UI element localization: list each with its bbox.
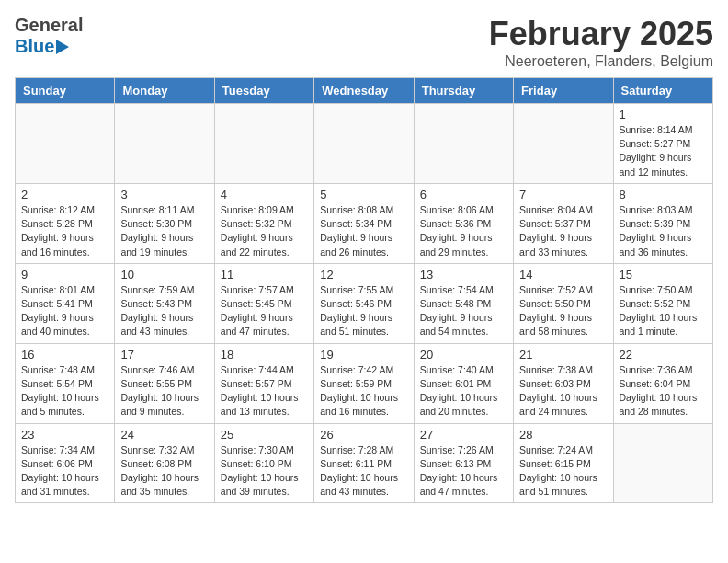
calendar-cell [16,104,115,184]
weekday-header-friday: Friday [514,78,613,104]
day-number: 14 [519,268,607,282]
calendar-cell: 12Sunrise: 7:55 AM Sunset: 5:46 PM Dayli… [314,263,414,343]
day-info: Sunrise: 7:28 AM Sunset: 6:11 PM Dayligh… [320,443,407,500]
calendar-table: SundayMondayTuesdayWednesdayThursdayFrid… [15,77,713,503]
calendar-cell: 20Sunrise: 7:40 AM Sunset: 6:01 PM Dayli… [414,343,513,423]
calendar-cell [314,104,414,184]
day-number: 26 [320,428,407,442]
calendar-header-row: SundayMondayTuesdayWednesdayThursdayFrid… [16,78,713,104]
location-title: Neeroeteren, Flanders, Belgium [489,53,713,70]
month-title: February 2025 [489,15,713,53]
day-number: 5 [320,188,407,201]
calendar-cell: 3Sunrise: 8:11 AM Sunset: 5:30 PM Daylig… [115,183,214,263]
day-info: Sunrise: 8:01 AM Sunset: 5:41 PM Dayligh… [21,283,108,339]
day-info: Sunrise: 8:03 AM Sunset: 5:39 PM Dayligh… [620,203,707,259]
calendar-cell: 24Sunrise: 7:32 AM Sunset: 6:08 PM Dayli… [115,423,214,503]
day-number: 12 [320,268,407,282]
weekday-header-monday: Monday [115,78,214,104]
day-number: 15 [620,268,707,282]
calendar-cell: 18Sunrise: 7:44 AM Sunset: 5:57 PM Dayli… [214,343,313,423]
calendar-cell [414,104,513,184]
day-info: Sunrise: 7:46 AM Sunset: 5:55 PM Dayligh… [120,363,208,419]
day-info: Sunrise: 7:34 AM Sunset: 6:06 PM Dayligh… [21,443,108,500]
day-number: 3 [120,188,208,201]
day-info: Sunrise: 7:38 AM Sunset: 6:03 PM Dayligh… [519,363,607,419]
day-info: Sunrise: 8:09 AM Sunset: 5:32 PM Dayligh… [221,203,308,259]
day-number: 2 [21,188,108,201]
day-number: 13 [420,268,507,282]
day-number: 28 [519,428,607,442]
day-number: 21 [519,348,607,362]
calendar-cell: 10Sunrise: 7:59 AM Sunset: 5:43 PM Dayli… [115,263,214,343]
day-number: 9 [21,268,108,282]
day-number: 17 [120,348,208,362]
calendar-cell: 13Sunrise: 7:54 AM Sunset: 5:48 PM Dayli… [414,263,513,343]
calendar-cell: 6Sunrise: 8:06 AM Sunset: 5:36 PM Daylig… [414,183,513,263]
day-info: Sunrise: 8:14 AM Sunset: 5:27 PM Dayligh… [620,123,707,179]
day-info: Sunrise: 7:57 AM Sunset: 5:45 PM Dayligh… [221,283,308,339]
logo: General Blue [15,15,83,57]
calendar-cell: 4Sunrise: 8:09 AM Sunset: 5:32 PM Daylig… [214,183,313,263]
calendar-cell: 21Sunrise: 7:38 AM Sunset: 6:03 PM Dayli… [514,343,613,423]
day-number: 11 [221,268,308,282]
day-info: Sunrise: 7:36 AM Sunset: 6:04 PM Dayligh… [620,363,707,419]
day-info: Sunrise: 8:04 AM Sunset: 5:37 PM Dayligh… [519,203,607,259]
day-number: 8 [620,188,707,201]
logo-general-text: General [15,15,83,36]
calendar-week-3: 9Sunrise: 8:01 AM Sunset: 5:41 PM Daylig… [16,263,713,343]
day-info: Sunrise: 8:08 AM Sunset: 5:34 PM Dayligh… [320,203,407,259]
calendar-cell: 26Sunrise: 7:28 AM Sunset: 6:11 PM Dayli… [314,423,414,503]
day-number: 27 [420,428,507,442]
day-number: 7 [519,188,607,201]
day-number: 19 [320,348,407,362]
day-number: 22 [620,348,707,362]
day-number: 24 [120,428,208,442]
calendar-cell: 19Sunrise: 7:42 AM Sunset: 5:59 PM Dayli… [314,343,414,423]
calendar-cell: 2Sunrise: 8:12 AM Sunset: 5:28 PM Daylig… [16,183,115,263]
day-info: Sunrise: 7:52 AM Sunset: 5:50 PM Dayligh… [519,283,607,339]
calendar-cell: 1Sunrise: 8:14 AM Sunset: 5:27 PM Daylig… [613,104,712,184]
weekday-header-tuesday: Tuesday [214,78,313,104]
calendar-cell: 8Sunrise: 8:03 AM Sunset: 5:39 PM Daylig… [613,183,712,263]
calendar-cell: 23Sunrise: 7:34 AM Sunset: 6:06 PM Dayli… [16,423,115,503]
calendar-cell: 22Sunrise: 7:36 AM Sunset: 6:04 PM Dayli… [613,343,712,423]
day-number: 1 [620,108,707,121]
calendar-cell: 15Sunrise: 7:50 AM Sunset: 5:52 PM Dayli… [613,263,712,343]
day-info: Sunrise: 7:59 AM Sunset: 5:43 PM Dayligh… [120,283,208,339]
title-block: February 2025 Neeroeteren, Flanders, Bel… [489,15,713,70]
day-info: Sunrise: 7:40 AM Sunset: 6:01 PM Dayligh… [420,363,507,419]
weekday-header-sunday: Sunday [16,78,115,104]
calendar-cell: 7Sunrise: 8:04 AM Sunset: 5:37 PM Daylig… [514,183,613,263]
day-info: Sunrise: 7:24 AM Sunset: 6:15 PM Dayligh… [519,443,607,500]
day-number: 4 [221,188,308,201]
calendar-week-1: 1Sunrise: 8:14 AM Sunset: 5:27 PM Daylig… [16,104,713,184]
day-info: Sunrise: 7:30 AM Sunset: 6:10 PM Dayligh… [221,443,308,500]
day-info: Sunrise: 7:50 AM Sunset: 5:52 PM Dayligh… [620,283,707,339]
day-info: Sunrise: 7:54 AM Sunset: 5:48 PM Dayligh… [420,283,507,339]
logo-blue-text: Blue [15,36,54,57]
calendar-cell: 25Sunrise: 7:30 AM Sunset: 6:10 PM Dayli… [214,423,313,503]
day-info: Sunrise: 7:26 AM Sunset: 6:13 PM Dayligh… [420,443,507,500]
weekday-header-saturday: Saturday [613,78,712,104]
calendar-week-5: 23Sunrise: 7:34 AM Sunset: 6:06 PM Dayli… [16,423,713,503]
calendar-week-2: 2Sunrise: 8:12 AM Sunset: 5:28 PM Daylig… [16,183,713,263]
calendar-cell [514,104,613,184]
day-info: Sunrise: 8:06 AM Sunset: 5:36 PM Dayligh… [420,203,507,259]
calendar-week-4: 16Sunrise: 7:48 AM Sunset: 5:54 PM Dayli… [16,343,713,423]
calendar-cell [214,104,313,184]
calendar-cell: 14Sunrise: 7:52 AM Sunset: 5:50 PM Dayli… [514,263,613,343]
calendar-cell: 9Sunrise: 8:01 AM Sunset: 5:41 PM Daylig… [16,263,115,343]
logo-triangle-icon [56,40,69,54]
day-info: Sunrise: 7:48 AM Sunset: 5:54 PM Dayligh… [21,363,108,419]
calendar-cell: 16Sunrise: 7:48 AM Sunset: 5:54 PM Dayli… [16,343,115,423]
weekday-header-thursday: Thursday [414,78,513,104]
day-number: 16 [21,348,108,362]
day-number: 25 [221,428,308,442]
calendar-cell: 17Sunrise: 7:46 AM Sunset: 5:55 PM Dayli… [115,343,214,423]
calendar-cell [613,423,712,503]
day-info: Sunrise: 7:55 AM Sunset: 5:46 PM Dayligh… [320,283,407,339]
day-info: Sunrise: 7:44 AM Sunset: 5:57 PM Dayligh… [221,363,308,419]
day-number: 18 [221,348,308,362]
day-info: Sunrise: 8:12 AM Sunset: 5:28 PM Dayligh… [21,203,108,259]
day-number: 23 [21,428,108,442]
